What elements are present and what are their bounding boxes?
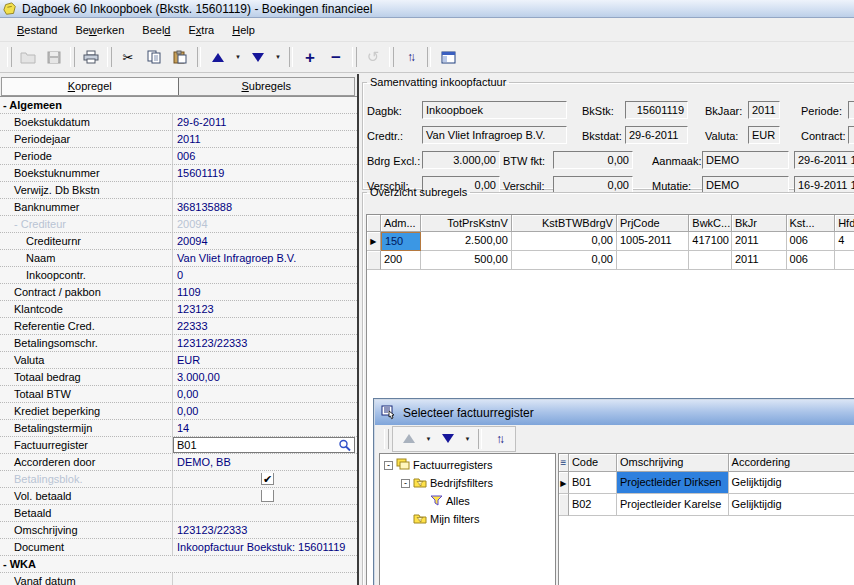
checkbox[interactable]: ✔ (261, 473, 274, 485)
nav-down-dropdown[interactable]: ▼ (271, 45, 285, 70)
grid-cell[interactable] (835, 251, 854, 270)
panel-splitter[interactable] (357, 74, 359, 585)
property-row[interactable]: ValutaEUR (0, 352, 357, 369)
tree-expand-box[interactable]: - (384, 461, 393, 470)
grid-cell[interactable]: 2011 (732, 251, 787, 270)
row-header-cell[interactable] (559, 494, 569, 516)
grid-cell-code[interactable]: B01 (569, 472, 617, 494)
nav-down-button[interactable] (245, 45, 271, 70)
checkbox[interactable] (261, 490, 274, 502)
cut-button[interactable]: ✂ (115, 45, 141, 70)
property-row[interactable]: - Crediteur20094 (0, 216, 357, 233)
nav-up-button[interactable] (205, 45, 231, 70)
column-header[interactable]: Omschrijving (617, 454, 729, 472)
property-row[interactable]: Boekstuknummer15601119 (0, 165, 357, 182)
factuurregister-input[interactable]: B01 (173, 437, 355, 453)
grid-cell-accordering[interactable]: Gelijktijdig (729, 494, 854, 516)
row-header-cell[interactable]: ▶ (367, 232, 381, 251)
grid-cell[interactable]: 4 (835, 232, 854, 251)
grid-cell[interactable]: 2.500,00 (421, 232, 512, 251)
property-row[interactable]: Betalingstermijn14 (0, 420, 357, 437)
menu-beeld[interactable]: Beeld (133, 21, 179, 39)
tree-item-alles[interactable]: Alles (380, 492, 555, 510)
row-header-cell[interactable] (367, 251, 381, 270)
property-row[interactable]: Referentie Cred.22333 (0, 318, 357, 335)
column-header[interactable]: HfdG (835, 215, 854, 232)
property-row[interactable]: DocumentInkoopfactuur Boekstuk: 15601119 (0, 539, 357, 556)
tree-item-mijn-filters[interactable]: Mijn filters (380, 510, 555, 528)
tab-kopregel[interactable]: Kopregel (2, 78, 178, 95)
menu-bewerken[interactable]: Bewerken (66, 21, 133, 39)
column-header[interactable]: BwkC... (689, 215, 732, 232)
property-row[interactable]: Banknummer368135888 (0, 199, 357, 216)
add-button[interactable]: + (297, 45, 323, 70)
grid-cell[interactable] (689, 251, 732, 270)
column-header[interactable]: Kst... (787, 215, 836, 232)
property-row[interactable]: - Algemeen (0, 97, 357, 114)
save-button[interactable] (41, 45, 67, 70)
property-row[interactable]: Periode006 (0, 148, 357, 165)
grid-cell[interactable]: 2011 (732, 232, 787, 251)
grid-cell[interactable]: 150 (381, 232, 421, 251)
grid-cell[interactable]: 006 (787, 251, 836, 270)
property-row[interactable]: Totaal BTW0,00 (0, 386, 357, 403)
property-row[interactable]: - WKA (0, 556, 357, 573)
grid-cell[interactable]: 500,00 (421, 251, 512, 270)
property-row[interactable]: Inkoopcontr.0 (0, 267, 357, 284)
dialog-nav-up-dropdown[interactable]: ▼ (422, 426, 435, 451)
table-row[interactable]: ▶1502.500,000,001005-201141710020110064 (367, 232, 854, 251)
grid-cell[interactable]: 200 (381, 251, 421, 270)
layout-button[interactable] (435, 45, 461, 70)
grid-cell[interactable]: 0,00 (512, 251, 617, 270)
table-row[interactable]: ▶B01Projectleider DirksenGelijktijdig (559, 472, 854, 494)
row-header-cell[interactable]: ▶ (559, 472, 569, 494)
property-row[interactable]: Periodejaar2011 (0, 131, 357, 148)
menu-bestand[interactable]: Bestand (8, 21, 66, 39)
column-header[interactable]: BkJr (732, 215, 787, 232)
grid-cell-code[interactable]: B02 (569, 494, 617, 516)
tab-subregels[interactable]: Subregels (179, 78, 355, 95)
dialog-refresh-button[interactable]: ↑↓ (486, 426, 512, 451)
column-header[interactable]: TotPrsKstnV (421, 215, 512, 232)
property-row[interactable]: NaamVan Vliet Infragroep B.V. (0, 250, 357, 267)
property-row[interactable]: Klantcode123123 (0, 301, 357, 318)
property-row[interactable]: Verwijz. Db Bkstn (0, 182, 357, 199)
tree-expand-box[interactable]: - (401, 479, 410, 488)
grid-cell[interactable]: 1005-2011 (617, 232, 689, 251)
menu-help[interactable]: Help (223, 21, 264, 39)
tree-item-bedrijfsfilters[interactable]: -Bedrijfsfilters (380, 474, 555, 492)
property-row[interactable]: Omschrijving123123/22333 (0, 522, 357, 539)
property-row[interactable]: Boekstukdatum29-6-2011 (0, 114, 357, 131)
copy-button[interactable] (141, 45, 167, 70)
property-row[interactable]: Contract / pakbon1109 (0, 284, 357, 301)
grid-cell[interactable]: 0,00 (512, 232, 617, 251)
grid-cell[interactable]: 006 (787, 232, 836, 251)
column-header[interactable]: PrjCode (617, 215, 689, 232)
dialog-nav-down-button[interactable] (435, 426, 461, 451)
menu-extra[interactable]: Extra (179, 21, 223, 39)
property-row[interactable]: Betaald (0, 505, 357, 522)
dialog-nav-up-button[interactable] (396, 426, 422, 451)
property-row[interactable]: Vol. betaald (0, 488, 357, 505)
property-row[interactable]: Vanaf datum (0, 573, 357, 585)
grid-cell[interactable] (617, 251, 689, 270)
column-header[interactable]: KstBTWBdrgV (512, 215, 617, 232)
tree-item-factuurregisters[interactable]: -Factuurregisters (380, 456, 555, 474)
grid-cell-omschrijving[interactable]: Projectleider Karelse (617, 494, 729, 516)
property-row[interactable]: Betalingsblok.✔ (0, 471, 357, 488)
property-row[interactable]: FactuurregisterB01 (0, 437, 357, 454)
grid-cell[interactable]: 417100 (689, 232, 732, 251)
undo-button[interactable]: ↺ (360, 45, 386, 70)
column-header[interactable]: Accordering (729, 454, 854, 472)
open-button[interactable] (15, 45, 41, 70)
property-row[interactable]: Crediteurnr20094 (0, 233, 357, 250)
property-row[interactable]: Krediet beperking0,00 (0, 403, 357, 420)
table-row[interactable]: B02Projectleider KarelseGelijktijdig (559, 494, 854, 516)
property-row[interactable]: Betalingsomschr.123123/22333 (0, 335, 357, 352)
property-row[interactable]: Totaal bedrag3.000,00 (0, 369, 357, 386)
property-row[interactable]: Accorderen doorDEMO, BB (0, 454, 357, 471)
column-header[interactable]: Adm... (381, 215, 421, 232)
nav-up-dropdown[interactable]: ▼ (231, 45, 245, 70)
table-row[interactable]: 200500,000,002011006 (367, 251, 854, 270)
column-header[interactable]: Code (569, 454, 617, 472)
